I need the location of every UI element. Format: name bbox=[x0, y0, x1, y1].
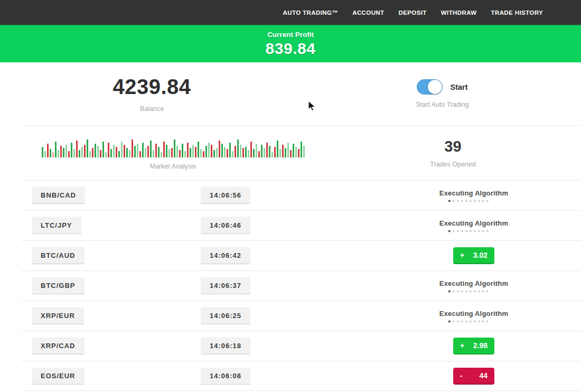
trade-time-badge[interactable]: 14:06:18 bbox=[201, 338, 250, 355]
chart-bar bbox=[176, 146, 178, 157]
chart-bar bbox=[237, 139, 239, 157]
chart-bar bbox=[287, 143, 289, 157]
chart-bar bbox=[269, 146, 270, 157]
chart-bar bbox=[63, 148, 64, 157]
chart-bar bbox=[258, 151, 260, 157]
chart-bar bbox=[174, 139, 175, 157]
chart-bar bbox=[137, 144, 138, 157]
trade-pair-badge[interactable]: XRP/EUR bbox=[32, 307, 84, 325]
market-analysis-chart bbox=[42, 136, 305, 157]
chart-bar bbox=[274, 147, 276, 157]
chart-bar bbox=[213, 150, 215, 157]
trade-row: BTC/GBP 14:06:37 Executing Algorithm bbox=[21, 270, 581, 301]
chart-bar bbox=[168, 149, 170, 157]
chart-bar bbox=[65, 145, 67, 157]
current-profit-banner: Current Profit 839.84 bbox=[0, 25, 581, 62]
trade-time-badge[interactable]: 14:06:46 bbox=[201, 217, 250, 235]
trade-pair-badge[interactable]: XRP/CAD bbox=[32, 338, 85, 355]
chart-bar bbox=[266, 143, 268, 157]
trade-result-badge: -44 bbox=[453, 368, 494, 385]
result-sign: - bbox=[460, 371, 463, 380]
nav-item-trade-history[interactable]: TRADE HISTORY bbox=[491, 10, 543, 16]
market-analysis-section: Market Analysis 39 Trades Opened bbox=[21, 125, 581, 180]
trade-result-badge: +2.98 bbox=[453, 338, 494, 354]
chart-bar bbox=[245, 147, 247, 157]
chart-bar bbox=[187, 143, 189, 157]
trade-status: +3.02 bbox=[453, 247, 494, 264]
trade-pair-badge[interactable]: LTC/JPY bbox=[32, 217, 81, 235]
chart-bar bbox=[242, 148, 244, 157]
chart-bar bbox=[147, 146, 149, 157]
chart-bar bbox=[155, 144, 157, 157]
chart-bar bbox=[303, 146, 305, 157]
chart-bar bbox=[145, 148, 146, 157]
chart-bar bbox=[261, 145, 263, 157]
chart-bar bbox=[227, 149, 228, 157]
chart-bar bbox=[163, 142, 165, 157]
chart-bar bbox=[60, 146, 62, 157]
trade-row: LTC/JPY 14:06:46 Executing Algorithm bbox=[21, 210, 581, 240]
chart-bar bbox=[240, 145, 241, 157]
auto-trading-toggle[interactable] bbox=[417, 79, 443, 95]
chart-bar bbox=[87, 139, 88, 157]
chart-bar bbox=[118, 151, 120, 157]
chart-bar bbox=[124, 145, 125, 157]
current-profit-value: 839.84 bbox=[0, 40, 581, 58]
chart-bar bbox=[161, 152, 162, 157]
chart-bar bbox=[71, 143, 72, 157]
trades-opened-label: Trades Opened bbox=[430, 161, 475, 168]
chart-bar bbox=[264, 148, 265, 157]
trade-time-badge[interactable]: 14:06:25 bbox=[201, 307, 250, 325]
executing-progress-dots bbox=[434, 291, 503, 293]
chart-bar bbox=[219, 141, 220, 157]
trade-status: +2.98 bbox=[453, 338, 494, 354]
toggle-knob bbox=[428, 80, 442, 94]
chart-bar bbox=[121, 142, 123, 157]
chart-bar bbox=[132, 139, 133, 157]
chart-bar bbox=[192, 145, 194, 157]
trade-pair-badge[interactable]: EOS/EUR bbox=[32, 367, 85, 385]
chart-bar bbox=[285, 148, 286, 157]
trade-time-badge[interactable]: 14:06:56 bbox=[201, 187, 250, 204]
chart-bar bbox=[158, 147, 160, 157]
trade-time-badge[interactable]: 14:06:37 bbox=[201, 277, 250, 295]
chart-bar bbox=[211, 145, 212, 157]
chart-bar bbox=[295, 147, 297, 157]
chart-bar bbox=[100, 150, 101, 157]
current-profit-label: Current Profit bbox=[0, 31, 581, 39]
nav-item-account[interactable]: ACCOUNT bbox=[352, 10, 384, 16]
executing-progress-dots bbox=[434, 321, 503, 323]
chart-bar bbox=[73, 149, 75, 157]
auto-trading-label: Start Auto Trading bbox=[416, 101, 468, 108]
result-value: 44 bbox=[479, 371, 488, 380]
trade-pair-badge[interactable]: BTC/GBP bbox=[32, 277, 85, 295]
executing-algorithm-label: Executing Algorithm bbox=[439, 310, 508, 318]
chart-bar bbox=[79, 150, 80, 157]
nav-item-deposit[interactable]: DEPOSIT bbox=[399, 10, 427, 16]
chart-bar bbox=[52, 152, 54, 157]
chart-bar bbox=[129, 150, 130, 157]
chart-bar bbox=[301, 142, 302, 157]
chart-bar bbox=[250, 142, 252, 157]
main-nav: AUTO TRADING™ACCOUNTDEPOSITWITHDRAWTRADE… bbox=[283, 10, 543, 16]
chart-bar bbox=[208, 143, 210, 157]
trade-pair-badge[interactable]: BTC/AUD bbox=[32, 247, 85, 265]
chart-bar bbox=[184, 151, 186, 157]
trade-row: EOS/EUR 14:06:08 -44 bbox=[21, 361, 581, 391]
nav-item-withdraw[interactable]: WITHDRAW bbox=[441, 10, 477, 16]
trade-pair-badge[interactable]: BNB/CAD bbox=[32, 187, 85, 204]
chart-bar bbox=[108, 143, 109, 157]
chart-bar bbox=[42, 147, 43, 157]
chart-bar bbox=[113, 145, 115, 157]
chart-bar bbox=[216, 148, 218, 157]
nav-item-auto-trading[interactable]: AUTO TRADING™ bbox=[283, 10, 339, 16]
trade-status: Executing Algorithm bbox=[439, 219, 508, 232]
chart-bar bbox=[44, 151, 46, 157]
balance-section: 4239.84 Balance Start Start Auto Trading bbox=[0, 62, 581, 125]
chart-bar bbox=[142, 143, 144, 157]
trade-time-badge[interactable]: 14:06:08 bbox=[201, 367, 250, 385]
chart-bar bbox=[279, 149, 281, 157]
trade-time-badge[interactable]: 14:06:42 bbox=[201, 247, 250, 265]
chart-bar bbox=[150, 141, 152, 157]
toggle-state-label: Start bbox=[450, 83, 467, 91]
